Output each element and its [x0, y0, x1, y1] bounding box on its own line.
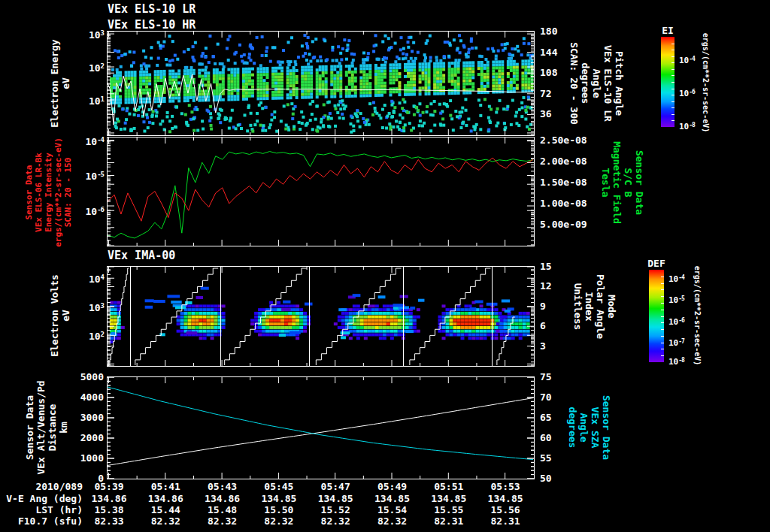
- table-cell: 15.56: [479, 505, 532, 515]
- table-cell: 15.44: [139, 505, 192, 515]
- table-cell: 15.55: [423, 505, 475, 515]
- els-y-tick-label: 103: [0, 28, 104, 41]
- table-cell: 82.31: [423, 516, 475, 527]
- pitch-angle-right-label: Pitch Angle VEx ELS-10 LR Angle degrees …: [568, 42, 625, 125]
- bfield-y2-tick-label: 1.00e-08: [540, 198, 600, 209]
- table-cell: 134.85: [479, 494, 532, 504]
- colorbar-minor-tick: [671, 89, 675, 89]
- plot-title-els-lr: VEx ELS-10 LR: [108, 3, 196, 16]
- polar-index-y2-tick-label: 6: [540, 321, 562, 331]
- table-cell: 82.32: [309, 516, 362, 527]
- els-y-tick-label: 102: [0, 61, 104, 74]
- ima-y-tick-label: 103: [0, 301, 104, 313]
- time-tick-label: 05:51: [426, 482, 471, 492]
- colorbar-tick-label: 10-4: [679, 55, 705, 65]
- colorbar-minor-tick: [661, 336, 664, 337]
- colorbar-minor-tick: [671, 44, 675, 44]
- pitch-angle-y2-tick-label: 108: [540, 68, 570, 78]
- table-cell: 15.54: [366, 505, 419, 515]
- time-tick-label: 05:43: [200, 482, 245, 492]
- pitch-angle-y2-tick-label: 180: [540, 26, 570, 37]
- bfield-y2-tick-label: 5.00e-09: [540, 219, 600, 230]
- altitude-sza-canvas: [107, 376, 535, 479]
- table-cell: 134.86: [83, 494, 135, 504]
- altitude-y-tick-label: 4000: [0, 392, 104, 403]
- colorbar-def-gradient: [649, 270, 664, 362]
- ima-y-tick-label: 104: [0, 272, 104, 285]
- ima-spectrogram-canvas: [107, 266, 535, 367]
- colorbar-minor-tick: [661, 329, 664, 330]
- polar-index-y2-tick-label: 12: [540, 281, 562, 292]
- sza-y2-tick-label: 50: [540, 473, 562, 484]
- colorbar-minor-tick: [671, 107, 675, 108]
- time-tick-label: 05:49: [370, 482, 415, 492]
- sza-right-label: Sensor Data VEx SZA Angle degrees: [567, 395, 612, 460]
- colorbar-minor-tick: [671, 82, 675, 83]
- colorbar-def-units-label: ergs/(cm**2-sr-sec-eV): [693, 266, 701, 365]
- table-cell: 15.38: [83, 505, 135, 515]
- time-tick-label: 05:41: [143, 482, 188, 492]
- colorbar-tick-label: 10-8: [668, 356, 694, 367]
- bfield-y2-tick-label: 2.00e-08: [540, 156, 600, 167]
- sza-y2-tick-label: 75: [540, 372, 562, 382]
- table-cell: 15.48: [196, 505, 249, 515]
- intensity-y-tick-label: 10-6: [0, 204, 104, 217]
- sza-y2-tick-label: 60: [540, 433, 562, 443]
- bfield-y2-tick-label: 2.50e-08: [540, 135, 600, 146]
- time-tick-label: 05:39: [86, 482, 132, 492]
- table-cell: 82.33: [83, 516, 135, 527]
- bfield-intensity-canvas: [107, 137, 535, 246]
- colorbar-minor-tick: [671, 75, 675, 76]
- table-cell: 82.32: [253, 516, 305, 527]
- colorbar-minor-tick: [661, 303, 664, 304]
- altitude-y-tick-label: 2000: [0, 433, 104, 443]
- colorbar-tick-label: 10-6: [679, 88, 705, 98]
- table-cell: 134.85: [366, 494, 419, 504]
- sza-y2-tick-label: 70: [540, 392, 562, 403]
- altitude-y-tick-label: 5000: [0, 372, 104, 382]
- table-cell: 82.32: [366, 516, 419, 527]
- colorbar-minor-tick: [661, 349, 664, 349]
- colorbar-minor-tick: [661, 355, 664, 356]
- colorbar-tick-label: 10-4: [668, 274, 694, 284]
- colorbar-minor-tick: [661, 277, 664, 277]
- magnetic-field-right-label: Sensor Data S/C B Magnetic Field Tesla: [600, 141, 645, 224]
- intensity-y-tick-label: 10-4: [0, 135, 104, 147]
- altitude-y-tick-label: 3000: [0, 413, 104, 423]
- colorbar-minor-tick: [661, 283, 664, 284]
- table-cell: 134.85: [423, 494, 475, 504]
- table-cell: 134.85: [253, 494, 305, 504]
- colorbar-minor-tick: [671, 62, 675, 63]
- polar-angle-right-label: Mode Polar Angle Index Unitless: [572, 274, 617, 339]
- vex-sddas-multiplot-screen: VEx ELS-10 LR VEx ELS-10 HR VEx IMA-00 E…: [0, 0, 770, 532]
- table-cell: 15.52: [309, 505, 362, 515]
- colorbar-minor-tick: [661, 289, 664, 290]
- els-spectrogram-canvas: [107, 31, 535, 136]
- sza-y2-tick-label: 65: [540, 413, 562, 423]
- table-cell: 82.31: [479, 516, 532, 527]
- colorbar-ei-units-label: ergs/(cm**2-sr-sec-eV): [702, 33, 709, 132]
- sza-y2-tick-label: 55: [540, 453, 562, 464]
- colorbar-minor-tick: [661, 322, 664, 323]
- colorbar-tick-label: 10-6: [668, 316, 694, 327]
- colorbar-ei-gradient: [661, 37, 675, 127]
- table-cell: 82.32: [196, 516, 249, 527]
- plot-title-els-hr: VEx ELS-10 HR: [108, 19, 196, 32]
- time-tick-label: 05:45: [256, 482, 302, 492]
- table-cell: 134.86: [139, 494, 192, 504]
- plot-title-ima: VEx IMA-00: [108, 249, 175, 262]
- pitch-angle-y2-tick-label: 36: [540, 109, 570, 119]
- table-row-header: V-E Ang (deg): [6, 494, 83, 504]
- intensity-y-tick-label: 10-5: [0, 169, 104, 182]
- polar-index-y2-tick-label: 15: [540, 261, 562, 272]
- colorbar-minor-tick: [671, 120, 675, 121]
- colorbar-minor-tick: [671, 50, 675, 50]
- polar-index-y2-tick-label: 3: [540, 341, 562, 352]
- colorbar-minor-tick: [671, 69, 675, 70]
- colorbar-tick-label: 10-7: [668, 337, 694, 348]
- els-y-axis-label: Electron Energy eV: [49, 39, 71, 127]
- colorbar-minor-tick: [671, 101, 675, 102]
- table-row-header: F10.7 (sfu): [6, 516, 83, 527]
- table-row-header: LST (hr): [6, 505, 83, 515]
- colorbar-tick-label: 10-8: [679, 121, 705, 131]
